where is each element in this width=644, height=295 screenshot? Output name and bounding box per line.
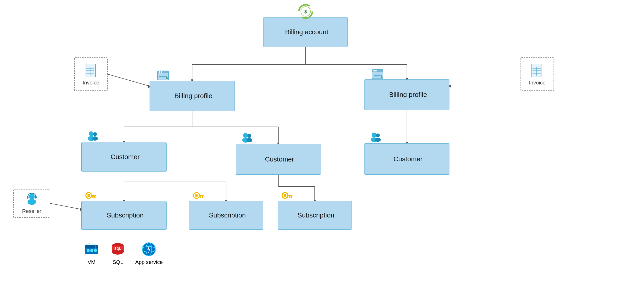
svg-point-54 [243,133,248,138]
billing-profile-left-label: Billing profile [172,92,212,100]
customer-1-label: Customer [108,153,140,161]
svg-point-57 [246,138,252,142]
svg-rect-96 [85,245,98,248]
svg-rect-75 [290,196,292,198]
billing-profile-right-label: Billing profile [387,91,427,98]
svg-rect-65 [94,196,96,198]
customer-1-icon [86,130,101,144]
resource-app-service: App service [135,242,163,265]
diagram-container: $ Billing account $ Billing profile [0,0,644,295]
svg-rect-99 [94,249,97,252]
subscription-1-label: Subscription [104,212,144,219]
svg-point-53 [92,136,98,141]
node-customer-2: Customer [236,144,321,175]
node-subscription-1: Subscription [81,201,166,230]
billing-profile-right-icon: $ [372,68,385,81]
svg-point-91 [29,194,35,200]
customer-2-icon [241,132,255,145]
sql-icon: SQL [110,242,126,257]
reseller-label: Reseller [22,208,42,214]
node-billing-profile-left: $ Billing profile [150,81,235,111]
node-subscription-2: Subscription [189,201,263,230]
reseller-icon [25,192,39,207]
svg-text:$: $ [381,75,383,79]
billing-account-label: Billing account [283,28,328,36]
svg-rect-93 [27,196,28,198]
subscription-3-label: Subscription [295,212,334,219]
svg-point-60 [376,134,380,137]
svg-point-92 [28,199,36,205]
invoice-right-box: Invoice [520,58,554,91]
svg-text:$: $ [166,76,168,80]
svg-rect-66 [92,196,94,198]
svg-line-25 [108,74,150,86]
svg-point-56 [248,134,251,138]
subscription-1-key-icon [85,191,97,202]
subscription-2-key-icon [193,191,205,202]
customer-2-label: Customer [262,156,294,163]
reseller-box: Reseller [13,189,50,218]
svg-rect-76 [288,196,290,198]
svg-rect-94 [35,196,36,198]
svg-text:$: $ [304,9,306,14]
node-subscription-3: Subscription [278,201,352,230]
invoice-right-icon [530,63,544,78]
svg-point-61 [375,138,381,142]
svg-point-52 [93,132,97,136]
billing-profile-left-icon: $ [157,69,170,82]
node-billing-account: $ Billing account [263,17,348,47]
svg-point-68 [195,194,198,197]
resource-vm: VM [84,242,99,265]
invoice-left-icon [84,63,98,78]
app-service-label: App service [135,259,163,265]
svg-line-29 [50,203,81,209]
svg-point-50 [89,131,94,136]
svg-rect-71 [200,196,201,198]
svg-point-45 [375,70,377,72]
svg-rect-74 [287,195,292,196]
subscription-2-label: Subscription [206,212,246,219]
svg-point-36 [159,71,160,73]
customer-3-label: Customer [391,155,422,163]
svg-point-63 [87,194,90,197]
invoice-left-label: Invoice [82,80,99,86]
resource-sql: SQL SQL [110,242,126,265]
sql-label: SQL [112,259,123,265]
svg-point-73 [284,194,286,197]
svg-text:SQL: SQL [114,247,121,250]
node-billing-profile-right: $ Billing profile [364,80,450,110]
svg-point-37 [160,71,162,73]
svg-rect-64 [91,195,96,196]
invoice-right-label: Invoice [529,80,546,86]
invoice-left-box: Invoice [74,58,108,91]
customer-3-icon [369,132,384,145]
svg-rect-70 [202,196,203,198]
app-service-icon [141,242,157,257]
vm-icon [84,242,99,257]
vm-label: VM [88,259,96,265]
svg-point-44 [373,70,375,72]
subscription-3-key-icon [282,191,294,202]
node-customer-1: Customer [81,142,166,172]
billing-account-icon: $ [298,4,313,19]
node-customer-3: Customer [364,143,450,175]
svg-rect-69 [199,195,204,196]
svg-point-58 [372,132,376,137]
